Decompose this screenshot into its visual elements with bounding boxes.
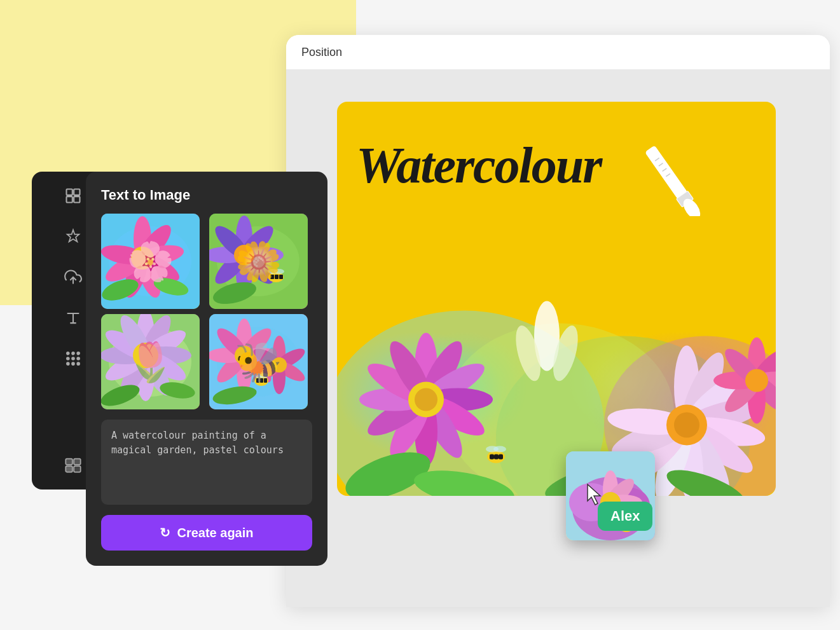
generated-image-3[interactable] — [101, 314, 200, 409]
sidebar-item-ai[interactable] — [62, 454, 85, 477]
sidebar-item-apps[interactable] — [62, 347, 85, 370]
svg-point-141 — [237, 318, 252, 359]
user-badge: Alex — [598, 502, 652, 531]
refresh-icon: ↻ — [160, 525, 170, 540]
svg-point-154 — [251, 357, 286, 385]
generated-image-4[interactable] — [209, 314, 308, 409]
svg-rect-74 — [74, 189, 79, 195]
svg-point-149 — [235, 346, 254, 365]
position-label: Position — [301, 46, 342, 59]
svg-rect-87 — [65, 459, 72, 465]
svg-point-106 — [236, 216, 252, 259]
sidebar-item-layout[interactable] — [62, 184, 85, 207]
svg-point-78 — [67, 352, 69, 355]
svg-rect-88 — [74, 459, 81, 465]
svg-point-84 — [67, 362, 69, 365]
generated-image-2[interactable] — [209, 214, 308, 309]
svg-rect-75 — [67, 196, 72, 202]
svg-rect-90 — [74, 466, 81, 472]
svg-point-127 — [141, 346, 191, 364]
svg-rect-118 — [279, 275, 283, 279]
svg-point-50 — [745, 369, 768, 392]
svg-point-130 — [137, 350, 155, 401]
svg-point-85 — [72, 362, 74, 365]
tti-panel: Text to Image — [86, 172, 327, 566]
generated-image-1[interactable] — [101, 214, 200, 309]
svg-point-119 — [268, 269, 278, 274]
svg-point-60 — [493, 446, 506, 453]
svg-point-101 — [131, 247, 154, 270]
svg-point-41 — [674, 413, 699, 438]
sidebar-item-text[interactable] — [62, 306, 85, 329]
svg-rect-0 — [645, 146, 687, 199]
cursor-indicator — [585, 483, 604, 509]
svg-point-145 — [237, 352, 252, 392]
canvas-toolbar: Position — [286, 35, 830, 70]
svg-point-24 — [415, 388, 437, 411]
svg-rect-159 — [260, 378, 263, 383]
sidebar-item-upload[interactable] — [62, 266, 85, 289]
svg-rect-57 — [494, 455, 499, 460]
svg-point-115 — [268, 272, 284, 282]
svg-point-114 — [234, 245, 254, 265]
svg-point-144 — [236, 347, 275, 387]
svg-point-83 — [77, 357, 79, 360]
svg-point-136 — [133, 343, 158, 368]
canvas-inner: Watercolour — [286, 70, 830, 607]
svg-rect-158 — [256, 378, 259, 383]
svg-rect-76 — [74, 196, 79, 202]
design-card-inner: Watercolour — [337, 102, 776, 496]
design-card: Watercolour — [337, 102, 776, 496]
design-title-text: Watercolour — [356, 140, 601, 191]
svg-rect-89 — [65, 466, 72, 472]
svg-rect-58 — [499, 455, 503, 460]
image-grid — [101, 214, 312, 409]
svg-point-82 — [72, 357, 74, 360]
svg-point-81 — [67, 357, 69, 360]
svg-rect-117 — [275, 275, 279, 279]
svg-point-155 — [251, 345, 286, 372]
canvas-area: Position — [286, 35, 830, 607]
sidebar-item-elements[interactable] — [62, 225, 85, 248]
svg-rect-73 — [67, 189, 72, 195]
create-again-label: Create again — [177, 526, 253, 540]
flower-background — [337, 240, 776, 496]
create-again-button[interactable]: ↻ Create again — [101, 515, 312, 551]
svg-point-162 — [259, 373, 268, 378]
svg-rect-160 — [264, 378, 267, 383]
svg-point-143 — [240, 348, 281, 363]
paintbrush-icon — [623, 114, 763, 219]
svg-rect-56 — [490, 455, 494, 460]
svg-point-157 — [254, 376, 268, 386]
svg-point-156 — [272, 357, 287, 373]
prompt-textarea[interactable]: A watercolour painting of a magical gard… — [101, 420, 312, 505]
svg-point-86 — [77, 362, 79, 365]
svg-point-93 — [134, 216, 151, 262]
svg-point-80 — [77, 352, 79, 355]
svg-point-108 — [240, 247, 284, 263]
svg-rect-116 — [270, 275, 274, 279]
svg-point-109 — [236, 247, 278, 289]
svg-point-120 — [274, 269, 284, 274]
svg-point-79 — [72, 352, 74, 355]
tti-panel-title: Text to Image — [101, 187, 312, 203]
svg-point-161 — [254, 373, 263, 378]
